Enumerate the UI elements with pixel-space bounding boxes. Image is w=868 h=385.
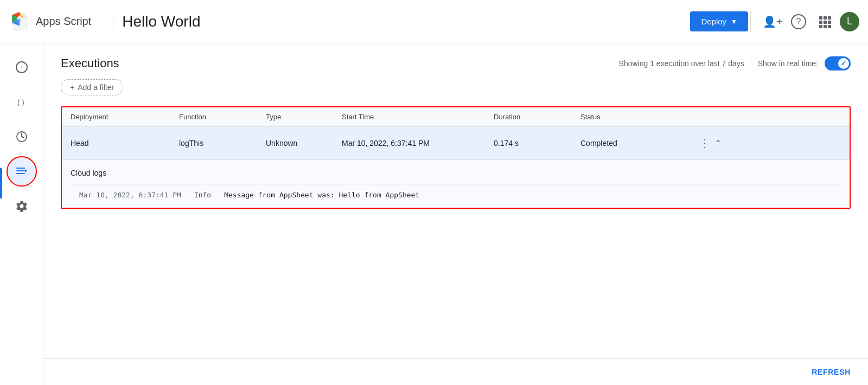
meta-divider — [751, 59, 751, 68]
refresh-button[interactable]: REFRESH — [812, 368, 851, 376]
apps-grid-button[interactable] — [814, 11, 835, 33]
cell-duration: 0.174 s — [494, 139, 580, 147]
col-start-time: Start Time — [342, 113, 494, 121]
cell-start-time: Mar 10, 2022, 6:37:41 PM — [342, 139, 494, 147]
more-options-button[interactable]: ⋮ — [699, 137, 710, 150]
svg-text:⟨⟩: ⟨⟩ — [16, 98, 25, 107]
cell-type: Unknown — [266, 139, 342, 147]
toggle-check-icon: ✓ — [841, 60, 846, 67]
realtime-toggle[interactable]: ✓ — [825, 56, 851, 70]
log-entry: Mar 10, 2022, 6:37:41 PM Info Message fr… — [71, 191, 841, 199]
main-layout: i ⟨⟩ — [0, 43, 868, 385]
executions-meta: Showing 1 execution over last 7 days Sho… — [619, 56, 851, 70]
table-header-row: Deployment Function Type Start Time Dura… — [62, 107, 850, 127]
active-indicator — [0, 168, 2, 198]
add-user-button[interactable]: 👤+ — [762, 11, 783, 33]
log-timestamp: Mar 10, 2022, 6:37:41 PM — [79, 191, 181, 199]
col-type: Type — [266, 113, 342, 121]
collapse-button[interactable]: ⌃ — [714, 138, 722, 149]
sidebar-item-settings[interactable] — [7, 191, 37, 221]
svg-marker-14 — [25, 169, 27, 172]
executions-icon — [15, 165, 28, 178]
log-level: Info — [194, 191, 211, 199]
col-function: Function — [179, 113, 266, 121]
content-footer: REFRESH — [43, 358, 868, 385]
toggle-knob: ✓ — [838, 58, 849, 69]
realtime-label: Show in real time: — [758, 59, 818, 68]
app-header: S Apps Script Hello World Deploy ▼ 👤+ ? — [0, 0, 868, 43]
sidebar: i ⟨⟩ — [0, 43, 43, 385]
header-right-divider — [750, 11, 751, 33]
row-actions: ⋮ ⌃ — [689, 137, 722, 150]
help-button[interactable]: ? — [788, 11, 809, 33]
executions-header: Executions Showing 1 execution over last… — [61, 56, 851, 70]
deploy-label: Deploy — [701, 17, 726, 26]
executions-title: Executions — [61, 56, 619, 70]
sidebar-item-overview[interactable]: i — [7, 52, 37, 82]
sidebar-item-triggers[interactable] — [7, 121, 37, 152]
content-area: Executions Showing 1 execution over last… — [43, 43, 868, 354]
cell-function: logThis — [179, 139, 266, 147]
cloud-logs-title: Cloud logs — [71, 169, 841, 177]
executions-table: Deployment Function Type Start Time Dura… — [61, 106, 851, 209]
add-filter-icon: + — [70, 83, 74, 92]
toggle-container: ✓ — [825, 56, 851, 70]
triggers-icon — [15, 130, 28, 143]
add-filter-label: Add a filter — [78, 83, 114, 92]
logo-text: Apps Script — [36, 15, 91, 28]
cell-deployment: Head — [71, 139, 179, 147]
svg-text:S: S — [18, 17, 21, 22]
deploy-chevron-icon: ▼ — [731, 18, 737, 25]
header-actions: 👤+ ? L — [762, 11, 859, 33]
editor-icon: ⟨⟩ — [15, 95, 28, 108]
col-actions-spacer — [689, 113, 722, 121]
deploy-button[interactable]: Deploy ▼ — [690, 11, 748, 31]
svg-text:i: i — [21, 63, 23, 72]
content-wrapper: Executions Showing 1 execution over last… — [43, 43, 868, 385]
sidebar-item-editor[interactable]: ⟨⟩ — [7, 87, 37, 117]
sidebar-item-executions[interactable] — [7, 156, 37, 187]
cell-status: Completed — [580, 139, 689, 147]
col-duration: Duration — [494, 113, 580, 121]
log-message: Message from AppSheet was: Hello from Ap… — [224, 191, 419, 199]
avatar[interactable]: L — [840, 12, 859, 31]
settings-icon — [15, 200, 28, 213]
showing-text: Showing 1 execution over last 7 days — [619, 59, 744, 68]
col-deployment: Deployment — [71, 113, 179, 121]
cloud-logs-section: Cloud logs Mar 10, 2022, 6:37:41 PM Info… — [62, 160, 850, 208]
svg-point-10 — [21, 131, 22, 133]
add-user-icon: 👤+ — [763, 15, 783, 28]
filter-row: + Add a filter — [61, 79, 851, 95]
col-status: Status — [580, 113, 689, 121]
logo-container: S Apps Script — [9, 11, 91, 33]
log-divider — [71, 184, 841, 184]
svg-line-9 — [22, 137, 24, 138]
apps-script-logo-icon: S — [9, 11, 30, 33]
header-divider — [113, 13, 113, 30]
info-icon: i — [15, 61, 28, 74]
add-filter-button[interactable]: + Add a filter — [61, 79, 123, 95]
apps-grid-icon — [819, 16, 830, 27]
col-expand-spacer — [722, 113, 743, 121]
table-row: Head logThis Unknown Mar 10, 2022, 6:37:… — [62, 127, 850, 160]
help-icon: ? — [791, 14, 806, 29]
svg-marker-1 — [23, 13, 27, 17]
project-name: Hello World — [122, 13, 200, 30]
